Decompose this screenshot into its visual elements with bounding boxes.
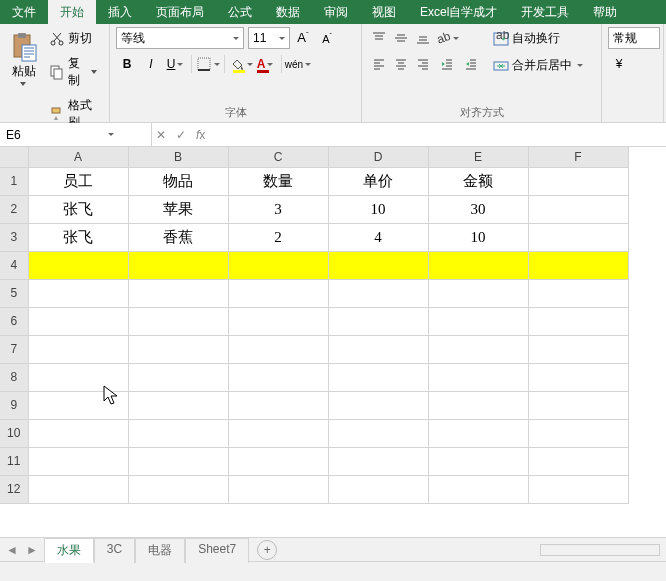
cut-button[interactable]: 剪切 (44, 27, 103, 50)
tab-formula[interactable]: 公式 (216, 0, 264, 24)
cell[interactable] (328, 391, 428, 419)
cell[interactable] (428, 475, 528, 503)
cell[interactable] (428, 419, 528, 447)
cell[interactable] (428, 391, 528, 419)
cell[interactable] (128, 475, 228, 503)
worksheet-area[interactable]: ABCDEF1员工物品数量单价金额2张飞苹果310303张飞香蕉24104567… (0, 147, 666, 537)
cell[interactable] (428, 363, 528, 391)
cell[interactable] (28, 251, 128, 279)
new-sheet-button[interactable]: + (257, 540, 277, 560)
cell[interactable] (228, 391, 328, 419)
border-button[interactable] (197, 53, 219, 75)
cell[interactable] (428, 279, 528, 307)
cell[interactable]: 苹果 (128, 195, 228, 223)
italic-button[interactable]: I (140, 53, 162, 75)
cell[interactable]: 张飞 (28, 223, 128, 251)
row-header[interactable]: 7 (0, 335, 28, 363)
cell[interactable] (228, 279, 328, 307)
cell[interactable] (28, 335, 128, 363)
tab-file[interactable]: 文件 (0, 0, 48, 24)
cell[interactable] (228, 475, 328, 503)
cell[interactable]: 30 (428, 195, 528, 223)
cell[interactable] (28, 363, 128, 391)
sheet-tab[interactable]: Sheet7 (185, 538, 249, 563)
cell[interactable] (228, 363, 328, 391)
row-header[interactable]: 8 (0, 363, 28, 391)
increase-indent-button[interactable] (460, 53, 482, 75)
cell[interactable] (428, 447, 528, 475)
cell[interactable] (528, 335, 628, 363)
prev-sheet-button[interactable]: ◄ (6, 543, 18, 557)
font-name-combo[interactable] (116, 27, 244, 49)
cell[interactable] (128, 279, 228, 307)
cell[interactable]: 数量 (228, 167, 328, 195)
row-header[interactable]: 10 (0, 419, 28, 447)
cell[interactable]: 4 (328, 223, 428, 251)
sheet-tab[interactable]: 水果 (44, 538, 94, 563)
wrap-text-button[interactable]: ab自动换行 (488, 27, 588, 50)
column-header[interactable]: C (228, 147, 328, 167)
underline-button[interactable]: U (164, 53, 186, 75)
cell[interactable] (228, 307, 328, 335)
number-format-combo[interactable]: 常规 (608, 27, 660, 49)
font-name-input[interactable] (121, 31, 231, 45)
cell[interactable] (528, 475, 628, 503)
cell[interactable] (328, 447, 428, 475)
cell[interactable] (128, 391, 228, 419)
font-color-button[interactable]: A (254, 53, 276, 75)
tab-layout[interactable]: 页面布局 (144, 0, 216, 24)
cell[interactable] (528, 447, 628, 475)
cell[interactable] (428, 251, 528, 279)
tab-dev[interactable]: 开发工具 (509, 0, 581, 24)
row-header[interactable]: 4 (0, 251, 28, 279)
next-sheet-button[interactable]: ► (26, 543, 38, 557)
cell[interactable]: 员工 (28, 167, 128, 195)
align-left-button[interactable] (368, 53, 390, 75)
cell[interactable]: 单价 (328, 167, 428, 195)
cell[interactable] (128, 447, 228, 475)
tab-selfstudy[interactable]: Excel自学成才 (408, 0, 509, 24)
cell[interactable] (528, 251, 628, 279)
cell[interactable]: 2 (228, 223, 328, 251)
paste-button[interactable]: 粘贴 (6, 27, 42, 92)
column-header[interactable]: B (128, 147, 228, 167)
sheet-tab[interactable]: 3C (94, 538, 135, 563)
column-header[interactable]: E (428, 147, 528, 167)
name-box-input[interactable] (6, 128, 106, 142)
cell[interactable]: 金额 (428, 167, 528, 195)
cell[interactable] (128, 251, 228, 279)
cell[interactable] (228, 335, 328, 363)
decrease-indent-button[interactable] (436, 53, 458, 75)
cell[interactable]: 10 (328, 195, 428, 223)
cell[interactable] (328, 419, 428, 447)
select-all-button[interactable] (0, 147, 28, 167)
cell[interactable] (28, 391, 128, 419)
cell[interactable] (128, 363, 228, 391)
column-header[interactable]: A (28, 147, 128, 167)
increase-font-button[interactable]: Aˆ (292, 27, 314, 49)
row-header[interactable]: 9 (0, 391, 28, 419)
accounting-format-button[interactable]: ¥ (608, 53, 630, 75)
tab-help[interactable]: 帮助 (581, 0, 629, 24)
tab-data[interactable]: 数据 (264, 0, 312, 24)
copy-button[interactable]: 复制 (44, 52, 103, 92)
font-size-combo[interactable] (248, 27, 290, 49)
name-box[interactable] (0, 123, 152, 146)
row-header[interactable]: 5 (0, 279, 28, 307)
row-header[interactable]: 11 (0, 447, 28, 475)
tab-insert[interactable]: 插入 (96, 0, 144, 24)
tab-home[interactable]: 开始 (48, 0, 96, 24)
cell[interactable] (228, 419, 328, 447)
cell[interactable] (228, 251, 328, 279)
cell[interactable] (528, 307, 628, 335)
row-header[interactable]: 3 (0, 223, 28, 251)
cell[interactable] (28, 447, 128, 475)
merge-center-button[interactable]: 合并后居中 (488, 54, 588, 77)
fx-button[interactable]: fx (196, 128, 205, 142)
cell[interactable] (428, 335, 528, 363)
cell[interactable] (528, 279, 628, 307)
align-middle-button[interactable] (390, 27, 412, 49)
row-header[interactable]: 1 (0, 167, 28, 195)
cell[interactable] (28, 475, 128, 503)
cancel-formula-button[interactable]: ✕ (156, 128, 166, 142)
